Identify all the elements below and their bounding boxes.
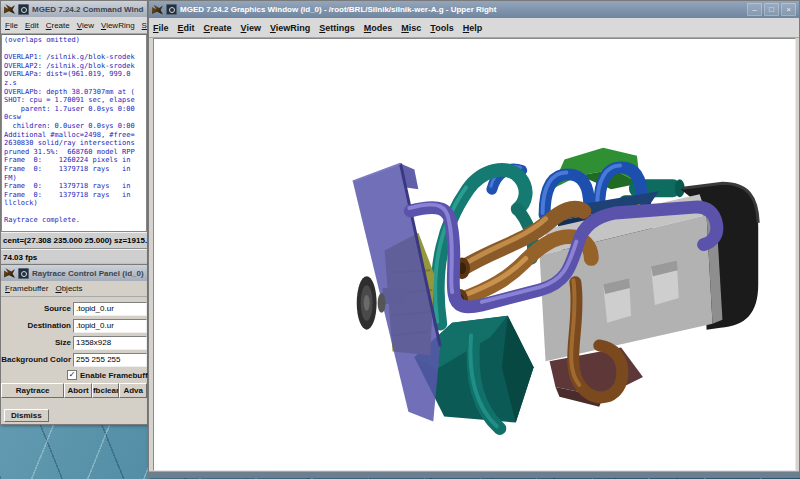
raytrace-panel-titlebar[interactable]: Raytrace Control Panel (id_0)	[1, 265, 147, 281]
terminal-line	[4, 45, 146, 54]
terminal-line: Frame 0: 1379718 rays in	[4, 191, 146, 200]
raytrace-menubar: FramebufferObjects	[1, 281, 147, 297]
field-row: Background Color 255 255 255	[1, 351, 147, 368]
terminal-line: llclock)	[4, 199, 146, 208]
field-entry[interactable]: .topid_0.ur	[73, 319, 147, 333]
field-label: Source	[1, 304, 73, 313]
menu-item[interactable]: View	[77, 21, 94, 30]
dismiss-row: Dismiss	[1, 398, 147, 422]
enable-framebuffer-label: Enable Framebuffer	[80, 371, 155, 380]
raytrace-buttons: RaytraceAbortfbclearAdva	[1, 383, 147, 398]
field-label: Destination	[1, 321, 73, 330]
window-controls: – □ ×	[747, 3, 796, 16]
command-window: MGED 7.24.2 Command Window (id FileEditC…	[0, 0, 148, 264]
dismiss-button[interactable]: Dismiss	[4, 409, 49, 422]
raytrace-action-button[interactable]: Abort	[64, 383, 92, 398]
terminal-line: Frame 0: 1379718 rays in	[4, 182, 146, 191]
window-icon	[166, 4, 177, 15]
terminal-line: 0csw	[4, 113, 146, 122]
terminal-line: OVERLAP2: /silnik.g/blok-srodek	[4, 62, 146, 71]
menu-item[interactable]: Create	[204, 23, 232, 33]
terminal-line: pruned 31.5%: 668760 model RPP	[4, 148, 146, 157]
raytrace-control-panel: Raytrace Control Panel (id_0) Framebuffe…	[0, 264, 148, 425]
raytrace-action-button[interactable]: Adva	[119, 383, 147, 398]
field-row: Size 1358x928	[1, 334, 147, 351]
window-icon	[18, 268, 29, 279]
view-center-status: cent=(27.308 235.000 25.000) sz=1915.383	[1, 232, 147, 249]
terminal-line: (overlaps omitted)	[4, 36, 146, 45]
menu-item[interactable]: Objects	[55, 284, 82, 293]
minimize-button[interactable]: –	[747, 3, 762, 16]
graphics-menubar: FileEditCreateViewViewRingSettingsModesM…	[149, 18, 799, 38]
menu-item[interactable]: Se	[142, 21, 147, 30]
field-label: Size	[1, 338, 73, 347]
field-row: Source .topid_0.ur	[1, 300, 147, 317]
enable-framebuffer-row: ✓ Enable Framebuffer	[1, 368, 147, 382]
terminal-line: Frame 0: 1260224 pixels in	[4, 156, 146, 165]
terminal-line: OVERLAPb: depth 38.07307mm at (	[4, 88, 146, 97]
raytrace-action-button[interactable]: Raytrace	[1, 383, 64, 398]
mged-logo-icon	[152, 5, 163, 15]
terminal-line: children: 0.0user 0.0sys 0:00	[4, 122, 146, 131]
menu-item[interactable]: Tools	[430, 23, 453, 33]
raytrace-panel-body: Source .topid_0.ur Destination .topid_0.…	[1, 297, 147, 422]
window-icon	[18, 4, 29, 15]
menu-item[interactable]: ViewRing	[270, 23, 310, 33]
terminal-output[interactable]: (overlaps omitted)OVERLAP1: /silnik.g/bl…	[1, 34, 147, 232]
terminal-line	[4, 208, 146, 217]
graphics-window-title: MGED 7.24.2 Graphics Window (id_0) - /ro…	[180, 5, 744, 14]
field-entry[interactable]: .topid_0.ur	[73, 302, 147, 316]
menu-item[interactable]: File	[5, 21, 18, 30]
menu-item[interactable]: View	[241, 23, 261, 33]
terminal-line: Raytrace complete.	[4, 216, 146, 225]
field-label: Background Color	[1, 355, 73, 364]
3d-viewport[interactable]	[153, 38, 796, 471]
menu-item[interactable]: Create	[46, 21, 70, 30]
enable-framebuffer-checkbox[interactable]: ✓	[67, 370, 77, 380]
menu-item[interactable]: Modes	[364, 23, 393, 33]
graphics-window: MGED 7.24.2 Graphics Window (id_0) - /ro…	[148, 0, 800, 478]
terminal-prompt-line: mged>	[4, 225, 146, 232]
menu-item[interactable]: Settings	[319, 23, 355, 33]
terminal-line: 2630830 solid/ray intersections	[4, 139, 146, 148]
terminal-line: Frame 0: 1379718 rays in	[4, 165, 146, 174]
field-row: Destination .topid_0.ur	[1, 317, 147, 334]
terminal-line: OVERLAPa: dist=(961.019, 999.0	[4, 70, 146, 79]
raytrace-panel-title: Raytrace Control Panel (id_0)	[32, 269, 144, 278]
menu-item[interactable]: Edit	[178, 23, 195, 33]
graphics-window-titlebar[interactable]: MGED 7.24.2 Graphics Window (id_0) - /ro…	[149, 1, 799, 18]
terminal-line: Additional #malloc=2498, #free=	[4, 131, 146, 140]
raytrace-action-button[interactable]: fbclear	[92, 383, 120, 398]
mged-logo-icon	[4, 4, 15, 14]
command-window-titlebar[interactable]: MGED 7.24.2 Command Window (id	[1, 1, 147, 17]
terminal-line: FM)	[4, 174, 146, 183]
menu-item[interactable]: Edit	[25, 21, 39, 30]
command-window-title: MGED 7.24.2 Command Window (id	[32, 5, 144, 14]
mged-logo-icon	[4, 268, 15, 278]
field-entry[interactable]: 255 255 255	[73, 353, 147, 367]
command-statusbar: cent=(27.308 235.000 25.000) sz=1915.383…	[1, 232, 147, 266]
terminal-line: parent: 1.7user 0.0sys 0:00	[4, 105, 146, 114]
maximize-button[interactable]: □	[764, 3, 779, 16]
command-menubar: FileEditCreateViewViewRingSe	[1, 17, 147, 34]
terminal-line: OVERLAP1: /silnik.g/blok-srodek	[4, 53, 146, 62]
terminal-line: SHOT: cpu = 1.70091 sec, elapse	[4, 96, 146, 105]
menu-item[interactable]: Misc	[401, 23, 421, 33]
menu-item[interactable]: File	[153, 23, 169, 33]
menu-item[interactable]: ViewRing	[101, 21, 135, 30]
terminal-line: z.s	[4, 79, 146, 88]
close-button[interactable]: ×	[781, 3, 796, 16]
graphics-window-bottom-frame	[149, 471, 799, 477]
field-entry[interactable]: 1358x928	[73, 336, 147, 350]
menu-item[interactable]: Framebuffer	[5, 284, 48, 293]
menu-item[interactable]: Help	[463, 23, 483, 33]
engine-model	[154, 39, 795, 470]
